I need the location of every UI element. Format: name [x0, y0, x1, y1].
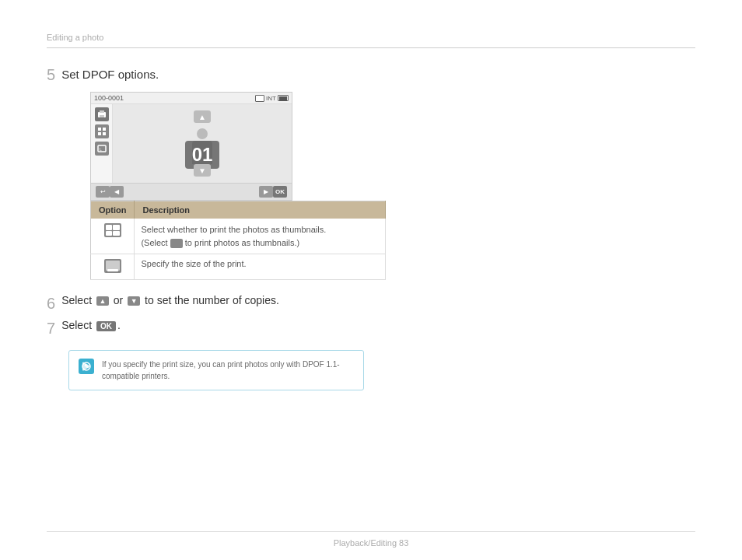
memory-label: INT: [266, 95, 276, 102]
svg-rect-4: [103, 128, 106, 131]
note-text: If you specify the print size, you can p…: [102, 359, 354, 382]
step7-select-label: Select: [61, 319, 92, 331]
svg-rect-1: [100, 110, 104, 113]
folder-label: 100-0001: [94, 94, 124, 102]
step6-number: 6: [47, 294, 55, 313]
svg-rect-3: [98, 128, 101, 131]
col-header-description: Description: [135, 201, 386, 219]
step6-row: 6 Select ▲ or ▼ to set the number of cop…: [47, 294, 695, 313]
step5-text: Set DPOF options.: [61, 65, 159, 82]
thumbnail-icon: [95, 124, 109, 138]
svg-rect-5: [98, 132, 101, 135]
camera-bottombar: ↩ ◀ ▶ OK: [91, 183, 292, 200]
step6-text: Select ▲ or ▼ to set the number of copie…: [61, 294, 279, 306]
left-button[interactable]: ◀: [110, 186, 124, 198]
camera-ui-container: 100-0001 INT: [68, 92, 695, 201]
row1-icon-cell: [91, 219, 135, 254]
camera-ui-inner: L ▲: [91, 104, 292, 183]
footer-text: Playback/Editing 83: [0, 538, 742, 560]
camera-photo-area: ▲ 01 ▼: [113, 104, 292, 183]
svg-rect-6: [103, 132, 106, 135]
camera-ui: 100-0001 INT: [90, 92, 292, 201]
step6-arrow-up-icon: ▲: [96, 296, 109, 306]
print-icon: [95, 107, 109, 121]
svg-rect-2: [100, 115, 104, 117]
note-icon: ✎: [79, 359, 94, 374]
breadcrumb: Editing a photo: [47, 31, 695, 48]
footer-divider: [47, 531, 695, 532]
breadcrumb-text: Editing a photo: [47, 33, 103, 42]
table-row: Specify the size of the print.: [91, 254, 386, 280]
camera-icons-column: L: [91, 104, 113, 183]
battery-icon: [278, 95, 289, 101]
step6-arrow-down-icon: ▼: [128, 296, 140, 306]
step7-row: 7 Select OK.: [47, 319, 695, 338]
step5-number: 5: [47, 65, 55, 84]
figure-head: [197, 128, 208, 139]
size-icon: L: [95, 142, 109, 156]
step6-suffix-label: to set the number of copies.: [145, 294, 279, 306]
arrow-up-button[interactable]: ▲: [194, 110, 211, 123]
step7-suffix-label: .: [117, 319, 121, 331]
camera-topbar-icons: INT: [255, 95, 289, 102]
step6-or-label: or: [114, 294, 123, 306]
step7-number: 7: [47, 319, 55, 338]
arrow-down-button[interactable]: ▼: [194, 164, 211, 177]
note-box: ✎ If you specify the print size, you can…: [68, 350, 364, 390]
row1-description: Select whether to print the photos as th…: [135, 219, 386, 254]
step7-ok-icon: OK: [96, 321, 116, 331]
row2-description: Specify the size of the print.: [135, 254, 386, 280]
memory-icon: [255, 95, 264, 102]
table-row: Select whether to print the photos as th…: [91, 219, 386, 254]
row2-icon-cell: [91, 254, 135, 280]
step7-text: Select OK.: [61, 319, 121, 331]
camera-topbar: 100-0001 INT: [91, 93, 292, 104]
page-container: Editing a photo 5 Set DPOF options. 100-…: [0, 0, 742, 560]
svg-text:✎: ✎: [84, 363, 89, 370]
ok-button[interactable]: OK: [273, 186, 287, 198]
step6-select-label: Select: [61, 294, 92, 306]
col-header-option: Option: [91, 201, 135, 219]
right-button[interactable]: ▶: [259, 186, 273, 198]
options-table-container: Option Description: [68, 201, 695, 280]
svg-text:L: L: [100, 147, 102, 152]
options-table: Option Description: [90, 201, 386, 280]
back-button[interactable]: ↩: [96, 186, 110, 198]
step5-row: 5 Set DPOF options.: [47, 65, 695, 84]
page-footer: Playback/Editing 83: [0, 531, 742, 560]
